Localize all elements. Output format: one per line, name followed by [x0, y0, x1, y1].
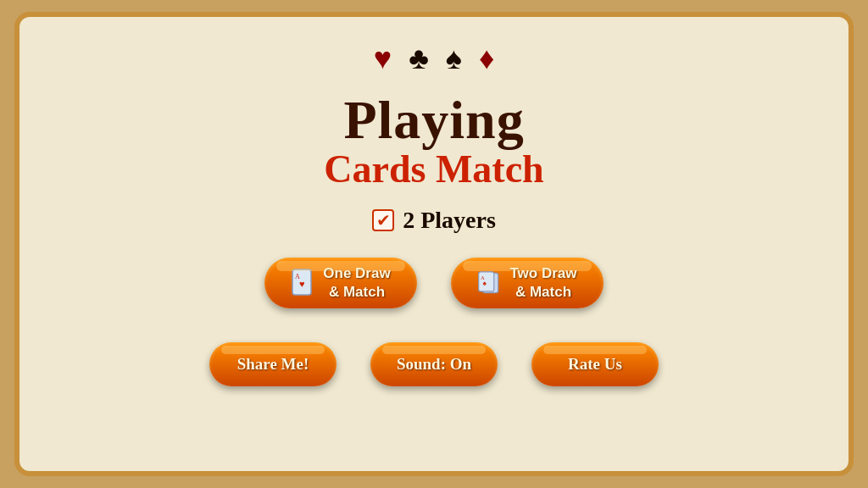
svg-text:♠: ♠ — [483, 280, 487, 287]
title-cards-match: Cards Match — [324, 148, 543, 191]
game-buttons-row: A ♥ One Draw& Match A ♠ Two Draw& Match — [264, 258, 604, 308]
players-checkbox[interactable]: ✔ — [372, 209, 394, 231]
one-draw-button[interactable]: A ♥ One Draw& Match — [264, 258, 417, 308]
two-draw-button-text: Two Draw& Match — [509, 264, 576, 302]
bottom-buttons-row: Share Me! Sound: On Rate Us — [209, 342, 659, 386]
svg-text:♥: ♥ — [299, 279, 305, 289]
players-row: ✔ 2 Players — [372, 207, 496, 234]
suits-row: ♥ ♣ ♠ ♦ — [374, 41, 495, 76]
heart-suit-icon: ♥ — [374, 41, 392, 76]
share-button[interactable]: Share Me! — [209, 342, 337, 386]
title-playing: Playing — [343, 92, 524, 148]
rate-button[interactable]: Rate Us — [531, 342, 659, 386]
sound-button[interactable]: Sound: On — [370, 342, 498, 386]
one-draw-button-text: One Draw& Match — [323, 264, 390, 302]
players-label: 2 Players — [403, 207, 496, 234]
club-suit-icon: ♣ — [409, 41, 429, 76]
main-frame: ♥ ♣ ♠ ♦ Playing Cards Match ✔ 2 Players … — [14, 12, 854, 476]
spade-suit-icon: ♠ — [446, 41, 462, 76]
diamond-suit-icon: ♦ — [479, 41, 494, 76]
double-card-icon: A ♠ — [477, 268, 501, 298]
checkbox-check-icon: ✔ — [376, 212, 391, 229]
single-card-icon: A ♥ — [291, 268, 314, 298]
two-draw-button[interactable]: A ♠ Two Draw& Match — [451, 258, 604, 308]
